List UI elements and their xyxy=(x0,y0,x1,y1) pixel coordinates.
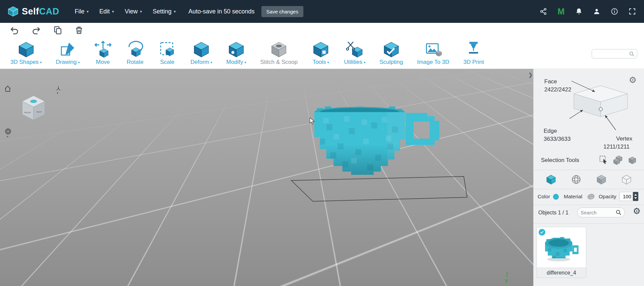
autosave-status: Auto-save in 50 seconds xyxy=(188,8,254,15)
axis-gizmo-icon[interactable] xyxy=(56,86,61,91)
selection-tools-label: Selection Tools xyxy=(541,157,579,164)
save-changes-button[interactable]: Save changes xyxy=(261,6,303,17)
workplane-globe-icon[interactable] xyxy=(5,128,11,135)
copy-icon[interactable] xyxy=(53,26,62,35)
objects-search-input[interactable] xyxy=(581,210,615,215)
move-arrows-icon xyxy=(94,40,112,58)
tool-drawing[interactable]: Drawing▾ xyxy=(50,38,85,66)
image-to-3d-icon xyxy=(424,40,442,58)
tool-3d-shapes[interactable]: 3D Shapes▾ xyxy=(5,38,47,66)
face-label: Face xyxy=(544,78,557,85)
share-icon[interactable] xyxy=(539,7,548,16)
tool-sculpting[interactable]: Sculpting xyxy=(374,38,409,66)
tab-wireframe-view[interactable] xyxy=(571,174,582,185)
chevron-down-icon: ▾ xyxy=(112,9,114,14)
cube-icon xyxy=(17,40,35,58)
toolbar-search-input[interactable] xyxy=(594,51,629,56)
fullscreen-icon[interactable] xyxy=(628,7,637,16)
stitch-scoop-cube-icon xyxy=(270,40,288,58)
vertex-value: 1211/1211 xyxy=(603,144,630,150)
material-label: Material xyxy=(564,194,582,200)
tool-image-to-3d[interactable]: Image To 3D xyxy=(411,38,455,66)
sculpting-brush-icon xyxy=(382,40,400,58)
globe-caret-icon[interactable]: ▾ xyxy=(7,135,8,138)
color-swatch[interactable] xyxy=(553,194,559,200)
tool-3d-print[interactable]: 3D Print xyxy=(458,38,490,66)
navigation-cube[interactable]: FRONT WEST xyxy=(19,94,48,121)
select-solid-icon[interactable] xyxy=(627,155,637,165)
marquee-select-icon[interactable] xyxy=(599,155,609,165)
tool-move[interactable]: Move xyxy=(88,38,118,66)
info-icon[interactable] xyxy=(610,7,619,16)
object-selected-check-icon[interactable] xyxy=(539,229,545,236)
edge-value: 3633/3633 xyxy=(544,136,571,142)
tool-modify[interactable]: Modify▾ xyxy=(220,38,252,66)
selfcad-logo[interactable]: SelfCAD xyxy=(7,6,59,17)
tool-stitch-scoop[interactable]: Stitch & Scoop xyxy=(254,38,303,66)
toolbar-search-box xyxy=(592,49,637,58)
undo-icon[interactable] xyxy=(10,26,19,35)
grid-floor xyxy=(0,69,533,286)
objects-settings-gear-icon[interactable]: ⚙ xyxy=(633,207,641,215)
panel-expand-arrow[interactable]: ❯ xyxy=(528,72,533,78)
chevron-down-icon: ▾ xyxy=(140,9,142,14)
tool-rotate[interactable]: Rotate xyxy=(120,38,150,66)
modify-cube-icon xyxy=(227,40,245,58)
drawing-pencil-icon xyxy=(59,40,77,58)
menu-file[interactable]: File▾ xyxy=(69,0,94,23)
vertex-label: Vertex xyxy=(616,135,632,142)
main-toolbar: 3D Shapes▾ Drawing▾ Move Rotate xyxy=(0,37,644,69)
stepper-down-icon[interactable] xyxy=(634,197,637,199)
color-label: Color xyxy=(538,194,550,200)
menu-setting[interactable]: Setting▾ xyxy=(147,0,181,23)
material-icon[interactable] xyxy=(587,192,595,201)
mesh-diagram xyxy=(565,79,636,136)
edge-label: Edge xyxy=(544,128,557,134)
chevron-down-icon: ▾ xyxy=(174,9,176,14)
objects-count-label: Objects 1 / 1 xyxy=(538,210,568,216)
divider xyxy=(534,170,644,170)
opacity-stepper[interactable] xyxy=(633,192,638,201)
gizmo-caret-icon[interactable]: ▾ xyxy=(57,91,58,95)
object-card-difference-4[interactable]: difference_4 xyxy=(537,227,586,278)
right-panel: Face 2422/2422 ⚙ Edge 3633/3633 Vertex 1… xyxy=(533,69,644,286)
redo-icon[interactable] xyxy=(32,26,41,35)
home-view-icon[interactable] xyxy=(4,85,11,92)
chevron-down-icon: ▾ xyxy=(78,60,80,64)
chevron-down-icon: ▾ xyxy=(87,9,89,14)
tab-solid-view[interactable] xyxy=(545,174,557,185)
object-thumbnail-cup xyxy=(541,232,582,263)
google-app-icon[interactable]: M xyxy=(557,7,565,16)
objects-search-box xyxy=(577,207,625,217)
navcube-west-label: WEST xyxy=(37,111,42,113)
menu-view[interactable]: View▾ xyxy=(119,0,147,23)
chevron-down-icon: ▾ xyxy=(327,60,329,64)
top-bar: SelfCAD File▾ Edit▾ View▾ Setting▾ Auto-… xyxy=(0,0,644,23)
tool-deform[interactable]: Deform▾ xyxy=(185,38,218,66)
tab-outline-view[interactable] xyxy=(621,174,632,185)
render-mode-tabs xyxy=(534,171,644,188)
divider xyxy=(534,189,644,189)
object-name-label: difference_4 xyxy=(537,268,586,278)
chevron-down-icon: ▾ xyxy=(364,60,365,64)
stepper-up-icon[interactable] xyxy=(634,194,637,196)
topbar-actions: M xyxy=(539,7,637,16)
tab-mesh-view[interactable] xyxy=(596,174,607,185)
menu-edit[interactable]: Edit▾ xyxy=(94,0,119,23)
tool-scale[interactable]: Scale xyxy=(153,38,182,66)
selfcad-logo-icon xyxy=(7,6,19,17)
deform-cube-icon xyxy=(192,40,210,58)
logo-text: SelfCAD xyxy=(22,6,59,17)
delete-trash-icon[interactable] xyxy=(75,26,84,35)
chevron-down-icon: ▾ xyxy=(210,60,212,64)
opacity-input[interactable] xyxy=(620,192,633,201)
tool-tools[interactable]: Tools▾ xyxy=(306,38,336,66)
select-faces-icon[interactable] xyxy=(613,155,623,165)
utilities-scissors-icon xyxy=(346,40,364,58)
3d-viewport[interactable]: FRONT WEST ▾ ▾ ❯ Y xyxy=(0,69,533,286)
account-person-icon[interactable] xyxy=(592,7,601,16)
tool-utilities[interactable]: Utilities▾ xyxy=(338,38,371,66)
printer-nozzle-icon xyxy=(464,40,483,58)
model-voxel-cup[interactable] xyxy=(307,101,451,182)
notifications-bell-icon[interactable] xyxy=(575,7,583,16)
